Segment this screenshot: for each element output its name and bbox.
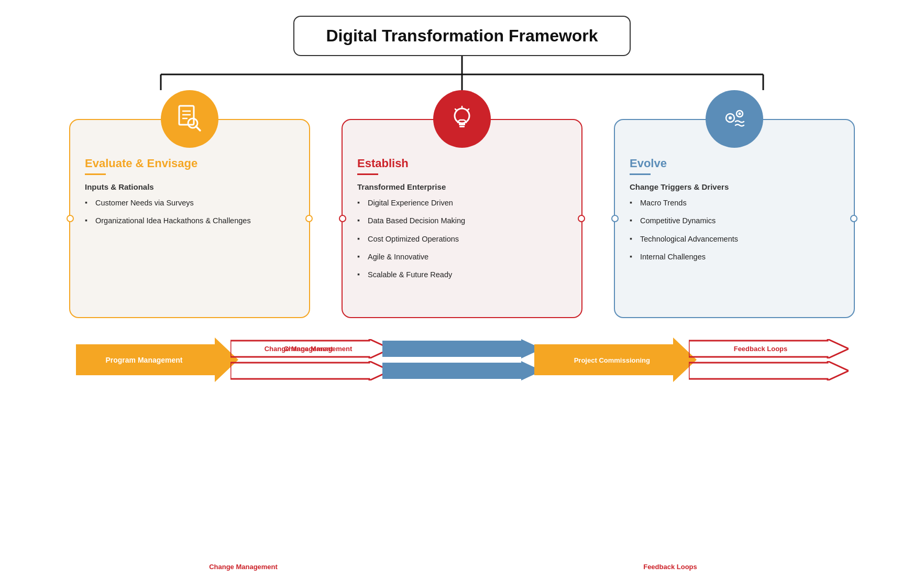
card-divider-establish [357, 173, 378, 175]
svg-line-16 [455, 109, 457, 111]
card-establish: Establish Transformed Enterprise Digital… [342, 119, 582, 318]
card-dot-right-establish [578, 215, 585, 222]
card-subtitle-establish: Transformed Enterprise [357, 182, 567, 191]
arrow-metrics [382, 339, 542, 380]
arrow-svg-3a [382, 339, 542, 358]
arrow-label-1: Program Management [105, 356, 182, 364]
arrow-svg-4 [534, 337, 697, 382]
arrow-svg-3b [382, 361, 542, 380]
card-subtitle-evolve: Change Triggers & Drivers [630, 182, 839, 191]
icon-circle-evolve [706, 90, 763, 148]
bullet-establish-2: Cost Optimized Operations [357, 234, 567, 244]
svg-rect-12 [459, 123, 465, 125]
arrow-program-management: Program Management Program Management [76, 337, 238, 382]
svg-marker-26 [534, 337, 697, 382]
card-divider-evolve [630, 173, 651, 175]
card-evolve: Evolve Change Triggers & Drivers Macro T… [614, 119, 855, 318]
bullet-establish-0: Digital Experience Driven [357, 198, 567, 208]
icon-circle-establish [433, 90, 491, 148]
svg-line-10 [196, 126, 200, 130]
card-title-establish: Establish [357, 157, 567, 170]
arrow-svg-2a: Change Management [230, 339, 390, 358]
svg-marker-27 [689, 339, 849, 358]
bullet-establish-1: Data Based Decision Making [357, 215, 567, 226]
arrow-svg-5a [689, 339, 849, 358]
bullet-evolve-0: Macro Trends [630, 198, 839, 208]
card-dot-left-evaluate [67, 215, 74, 222]
icon-circle-evaluate [161, 90, 218, 148]
svg-line-15 [467, 109, 469, 111]
evolve-icon [719, 103, 750, 135]
arrow-svg-5b [689, 361, 849, 380]
card-divider-evaluate [85, 173, 106, 175]
svg-marker-28 [689, 361, 849, 380]
svg-point-18 [729, 116, 732, 119]
card-title-evaluate: Evaluate & Envisage [85, 157, 294, 170]
bullet-evolve-1: Competitive Dynamics [630, 215, 839, 226]
bullet-list-evolve: Macro Trends Competitive Dynamics Techno… [630, 198, 839, 262]
columns-row: Evaluate & Envisage Inputs & Rationals C… [21, 90, 903, 318]
bullet-evolve-3: Internal Challenges [630, 252, 839, 262]
arrow-label-2: Change Management [264, 345, 333, 353]
svg-marker-23 [230, 361, 390, 380]
column-establish: Establish Transformed Enterprise Digital… [342, 90, 582, 318]
svg-point-20 [739, 113, 741, 115]
svg-rect-13 [459, 126, 465, 127]
card-dot-right-evaluate [305, 215, 313, 222]
arrow-svg-1: Program Management [76, 337, 238, 382]
bullet-evaluate-1: Organizational Idea Hackathons & Challen… [85, 215, 294, 226]
bullet-establish-3: Agile & Innovative [357, 252, 567, 262]
main-container: Digital Transformation Framework [0, 0, 924, 588]
card-evaluate: Evaluate & Envisage Inputs & Rationals C… [69, 119, 310, 318]
arrow-feedback-loops [689, 339, 849, 380]
card-title-evolve: Evolve [630, 157, 839, 170]
card-dot-left-evolve [611, 215, 619, 222]
card-dot-right-evolve [850, 215, 857, 222]
establish-icon [446, 103, 478, 135]
bullet-list-establish: Digital Experience Driven Data Based Dec… [357, 198, 567, 280]
card-dot-left-establish [339, 215, 346, 222]
main-title: Digital Transformation Framework [326, 26, 598, 45]
column-evolve: Evolve Change Triggers & Drivers Macro T… [614, 90, 855, 318]
bullet-establish-4: Scalable & Future Ready [357, 269, 567, 280]
card-subtitle-evaluate: Inputs & Rationals [85, 182, 294, 191]
title-box: Digital Transformation Framework [293, 16, 630, 56]
arrow-svg-2b [230, 361, 390, 380]
svg-marker-25 [382, 361, 542, 380]
bullet-evaluate-0: Customer Needs via Surveys [85, 198, 294, 208]
arrow-project-commissioning: Project Commissioning [534, 337, 697, 382]
bullet-evolve-2: Technological Advancements [630, 234, 839, 244]
tree-connector [69, 56, 855, 90]
arrow-change-management: Change Management [230, 339, 390, 380]
evaluate-icon [174, 103, 205, 135]
bullet-list-evaluate: Customer Needs via Surveys Organizationa… [85, 198, 294, 226]
svg-marker-24 [382, 339, 542, 358]
arrows-row: Program Management Program Management Ch… [22, 335, 902, 385]
column-evaluate: Evaluate & Envisage Inputs & Rationals C… [69, 90, 310, 318]
